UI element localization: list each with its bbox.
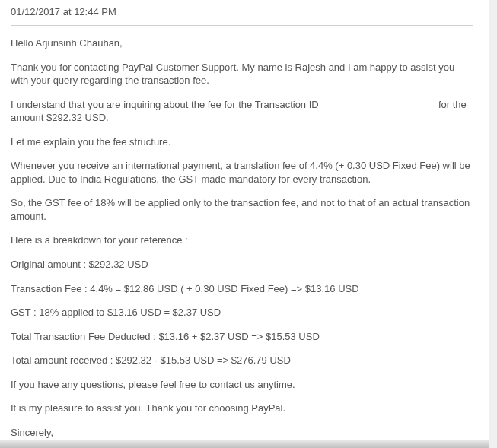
greeting: Hello Arjunsinh Chauhan, <box>11 37 473 50</box>
scrollbar-track[interactable] <box>489 0 497 448</box>
questions-paragraph: If you have any questions, please feel f… <box>11 378 473 392</box>
gst-amount: GST : 18% applied to $13.16 USD = $2.37 … <box>11 306 473 319</box>
intro-paragraph: Thank you for contacting PayPal Customer… <box>11 61 473 87</box>
closing-paragraph: It is my pleasure to assist you. Thank y… <box>11 402 473 415</box>
divider <box>11 25 473 26</box>
explain-paragraph: Let me explain you the fee structure. <box>11 135 473 149</box>
fee-structure-paragraph: Whenever you receive an international pa… <box>11 159 473 186</box>
inquiry-pre: I understand that you are inquiring abou… <box>11 99 321 110</box>
original-amount: Original amount : $292.32 USD <box>11 258 473 272</box>
transaction-fee: Transaction Fee : 4.4% = $12.86 USD ( + … <box>11 282 473 296</box>
signature-sincerely: Sincerely, <box>11 426 473 440</box>
total-received: Total amount received : $292.32 - $15.53… <box>11 354 473 367</box>
breakdown-heading: Here is a breakdown for your reference : <box>11 234 473 247</box>
taskbar[interactable] <box>0 440 489 448</box>
inquiry-paragraph: I understand that you are inquiring abou… <box>11 98 473 125</box>
email-timestamp: 01/12/2017 at 12:44 PM <box>11 6 473 25</box>
total-fee-deducted: Total Transaction Fee Deducted : $13.16 … <box>11 330 473 344</box>
gst-paragraph: So, the GST fee of 18% will be applied o… <box>11 196 473 223</box>
email-body: Hello Arjunsinh Chauhan, Thank you for c… <box>11 37 473 448</box>
